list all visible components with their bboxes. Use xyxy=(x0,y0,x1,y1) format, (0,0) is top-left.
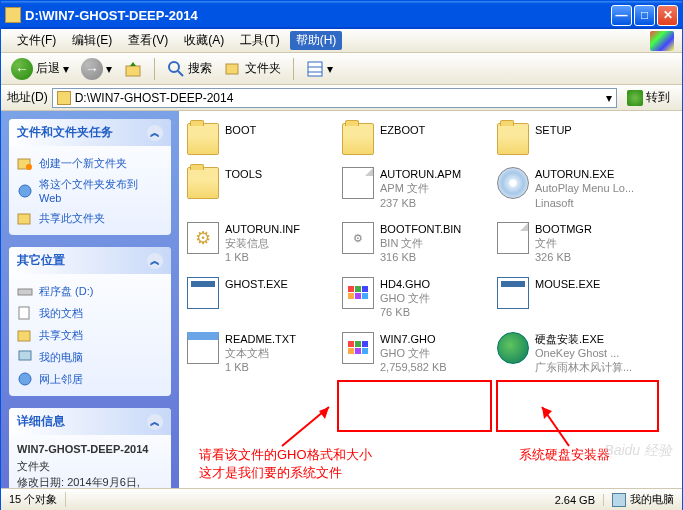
file-item[interactable]: HD4.GHOGHO 文件76 KB xyxy=(338,273,493,324)
address-path: D:\WIN7-GHOST-DEEP-2014 xyxy=(75,91,234,105)
content-area: 文件和文件夹任务 ︽ 创建一个新文件夹 将这个文件夹发布到 Web 共享此文件夹… xyxy=(1,111,682,488)
file-item[interactable]: SETUP xyxy=(493,119,648,159)
tasks-panel: 文件和文件夹任务 ︽ 创建一个新文件夹 将这个文件夹发布到 Web 共享此文件夹 xyxy=(9,119,171,235)
folder-up-icon xyxy=(124,60,142,78)
file-item[interactable]: 硬盘安装.EXEOneKey Ghost ...广东雨林木风计算... xyxy=(493,328,648,379)
back-button[interactable]: ← 后退 ▾ xyxy=(7,56,73,82)
drive-icon xyxy=(17,283,33,299)
computer-icon xyxy=(17,349,33,365)
network-icon xyxy=(17,371,33,387)
panel-title: 其它位置 xyxy=(17,252,65,269)
computer-icon xyxy=(612,493,626,507)
new-folder-icon xyxy=(17,155,33,171)
panel-header[interactable]: 其它位置 ︽ xyxy=(9,247,171,274)
up-button[interactable] xyxy=(120,58,146,80)
svg-point-1 xyxy=(169,62,179,72)
file-item[interactable]: README.TXT文本文档1 KB xyxy=(183,328,338,379)
globe-icon xyxy=(17,183,33,199)
file-item[interactable]: AUTORUN.EXEAutoPlay Menu Lo...Linasoft xyxy=(493,163,648,214)
arrow-icon xyxy=(277,401,337,451)
menu-view[interactable]: 查看(V) xyxy=(120,30,176,51)
documents-icon xyxy=(17,305,33,321)
goto-label: 转到 xyxy=(646,89,670,106)
svg-rect-14 xyxy=(19,351,31,360)
annotation-text-left: 请看该文件的GHO格式和大小 这才是我们要的系统文件 xyxy=(199,446,372,482)
details-type: 文件夹 xyxy=(17,460,50,472)
toolbar: ← 后退 ▾ → ▾ 搜索 文件夹 ▾ xyxy=(1,53,682,85)
panel-header[interactable]: 文件和文件夹任务 ︽ xyxy=(9,119,171,146)
svg-line-18 xyxy=(542,407,569,446)
maximize-button[interactable]: □ xyxy=(634,5,655,26)
file-item[interactable]: ⚙AUTORUN.INF安装信息1 KB xyxy=(183,218,338,269)
folders-button[interactable]: 文件夹 xyxy=(220,58,285,80)
file-item[interactable]: BOOTFONT.BINBIN 文件316 KB xyxy=(338,218,493,269)
details-date-label: 修改日期: xyxy=(17,476,64,488)
goto-button[interactable]: 转到 xyxy=(621,87,676,108)
menu-help[interactable]: 帮助(H) xyxy=(290,31,343,50)
svg-rect-10 xyxy=(18,214,30,224)
place-mycomputer[interactable]: 我的电脑 xyxy=(17,346,163,368)
panel-header[interactable]: 详细信息 ︽ xyxy=(9,408,171,435)
statusbar: 15 个对象 2.64 GB 我的电脑 xyxy=(1,488,682,510)
svg-rect-3 xyxy=(226,64,238,74)
menubar: 文件(F) 编辑(E) 查看(V) 收藏(A) 工具(T) 帮助(H) xyxy=(1,29,682,53)
search-button[interactable]: 搜索 xyxy=(163,58,216,80)
place-network[interactable]: 网上邻居 xyxy=(17,368,163,390)
file-item[interactable]: AUTORUN.APMAPM 文件237 KB xyxy=(338,163,493,214)
status-objects: 15 个对象 xyxy=(1,492,66,507)
status-size: 2.64 GB xyxy=(547,494,604,506)
search-label: 搜索 xyxy=(188,60,212,77)
folder-icon xyxy=(57,91,71,105)
svg-rect-11 xyxy=(18,289,32,295)
close-button[interactable]: ✕ xyxy=(657,5,678,26)
task-share-folder[interactable]: 共享此文件夹 xyxy=(17,207,163,229)
svg-point-9 xyxy=(19,185,31,197)
watermark: Baidu 经验 xyxy=(604,442,672,460)
file-item[interactable]: BOOTMGR文件326 KB xyxy=(493,218,648,269)
goto-icon xyxy=(627,90,643,106)
file-item[interactable]: EZBOOT xyxy=(338,119,493,159)
minimize-button[interactable]: — xyxy=(611,5,632,26)
views-icon xyxy=(306,60,324,78)
window-title: D:\WIN7-GHOST-DEEP-2014 xyxy=(25,8,611,23)
svg-point-8 xyxy=(26,164,32,170)
arrow-icon xyxy=(534,401,574,451)
windows-logo-icon xyxy=(650,31,674,51)
views-button[interactable]: ▾ xyxy=(302,58,337,80)
file-item[interactable]: BOOT xyxy=(183,119,338,159)
annotation-box-left xyxy=(337,380,492,432)
files-area[interactable]: BOOTEZBOOTSETUPTOOLSAUTORUN.APMAPM 文件237… xyxy=(179,111,682,488)
file-item[interactable]: GHOST.EXE xyxy=(183,273,338,324)
chevron-up-icon: ︽ xyxy=(147,125,163,141)
back-label: 后退 xyxy=(36,60,60,77)
search-icon xyxy=(167,60,185,78)
svg-marker-19 xyxy=(542,407,552,419)
file-item[interactable]: TOOLS xyxy=(183,163,338,214)
menu-edit[interactable]: 编辑(E) xyxy=(64,30,120,51)
place-mydocs[interactable]: 我的文档 xyxy=(17,302,163,324)
explorer-window: D:\WIN7-GHOST-DEEP-2014 — □ ✕ 文件(F) 编辑(E… xyxy=(0,0,683,510)
svg-line-16 xyxy=(282,407,329,446)
forward-button[interactable]: → ▾ xyxy=(77,56,116,82)
menu-favorites[interactable]: 收藏(A) xyxy=(176,30,232,51)
chevron-down-icon: ▾ xyxy=(606,91,612,105)
share-icon xyxy=(17,210,33,226)
file-item[interactable]: MOUSE.EXE xyxy=(493,273,648,324)
place-drive[interactable]: 程序盘 (D:) xyxy=(17,280,163,302)
titlebar[interactable]: D:\WIN7-GHOST-DEEP-2014 — □ ✕ xyxy=(1,1,682,29)
menu-tools[interactable]: 工具(T) xyxy=(232,30,287,51)
task-publish-web[interactable]: 将这个文件夹发布到 Web xyxy=(17,174,163,207)
place-shareddocs[interactable]: 共享文档 xyxy=(17,324,163,346)
back-icon: ← xyxy=(11,58,33,80)
menu-file[interactable]: 文件(F) xyxy=(9,30,64,51)
svg-line-2 xyxy=(178,71,183,76)
annotation-box-right xyxy=(496,380,659,432)
address-input[interactable]: D:\WIN7-GHOST-DEEP-2014 ▾ xyxy=(52,88,617,108)
svg-rect-0 xyxy=(126,66,140,76)
details-name: WIN7-GHOST-DEEP-2014 xyxy=(17,443,148,455)
forward-icon: → xyxy=(81,58,103,80)
task-new-folder[interactable]: 创建一个新文件夹 xyxy=(17,152,163,174)
details-panel: 详细信息 ︽ WIN7-GHOST-DEEP-2014 文件夹 修改日期: 20… xyxy=(9,408,171,488)
file-item[interactable]: WIN7.GHOGHO 文件2,759,582 KB xyxy=(338,328,493,379)
svg-rect-4 xyxy=(308,62,322,76)
